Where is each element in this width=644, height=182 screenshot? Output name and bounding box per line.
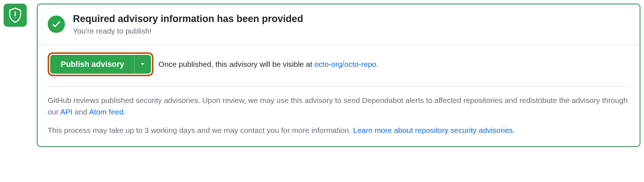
publish-row: Publish advisory Once published, this ad…	[48, 52, 630, 76]
panel-column: Required advisory information has been p…	[27, 4, 640, 147]
check-icon	[52, 20, 61, 29]
repo-link[interactable]: octo-org/octo-repo	[314, 60, 377, 68]
info2-text-a: This process may take up to 3 working da…	[48, 126, 353, 134]
publish-advisory-dropdown[interactable]	[134, 55, 151, 74]
panel-body: Publish advisory Once published, this ad…	[38, 44, 640, 147]
info-paragraph-2: This process may take up to 3 working da…	[48, 125, 630, 136]
publish-advisory-button[interactable]: Publish advisory	[50, 55, 134, 74]
shield-alert-icon	[8, 8, 22, 23]
atom-feed-link[interactable]: Atom feed	[89, 108, 123, 116]
badge-column	[4, 4, 27, 27]
info1-text-a: GitHub reviews published security adviso…	[48, 96, 628, 116]
caret-down-icon	[140, 63, 145, 66]
panel-title: Required advisory information has been p…	[73, 13, 303, 25]
panel-header: Required advisory information has been p…	[38, 4, 640, 44]
divider	[48, 86, 630, 87]
publish-highlight-outline: Publish advisory	[48, 52, 153, 76]
svg-point-1	[15, 17, 16, 18]
publish-description: Once published, this advisory will be vi…	[158, 60, 378, 69]
info-paragraph-1: GitHub reviews published security adviso…	[48, 95, 630, 118]
advisory-panel: Required advisory information has been p…	[37, 4, 640, 147]
shield-badge	[4, 4, 27, 27]
learn-more-link[interactable]: Learn more about repository security adv…	[353, 126, 515, 134]
panel-subtitle: You're ready to publish!	[73, 27, 303, 35]
publish-button-group: Publish advisory	[50, 55, 151, 74]
api-link[interactable]: API	[60, 108, 73, 116]
title-block: Required advisory information has been p…	[73, 13, 303, 35]
info1-end: .	[123, 108, 126, 116]
publish-text-suffix: .	[377, 60, 379, 68]
info1-and: and	[73, 108, 89, 116]
advisory-wrapper: Required advisory information has been p…	[4, 4, 640, 147]
publish-text-prefix: Once published, this advisory will be vi…	[158, 60, 314, 68]
check-circle	[48, 16, 65, 33]
